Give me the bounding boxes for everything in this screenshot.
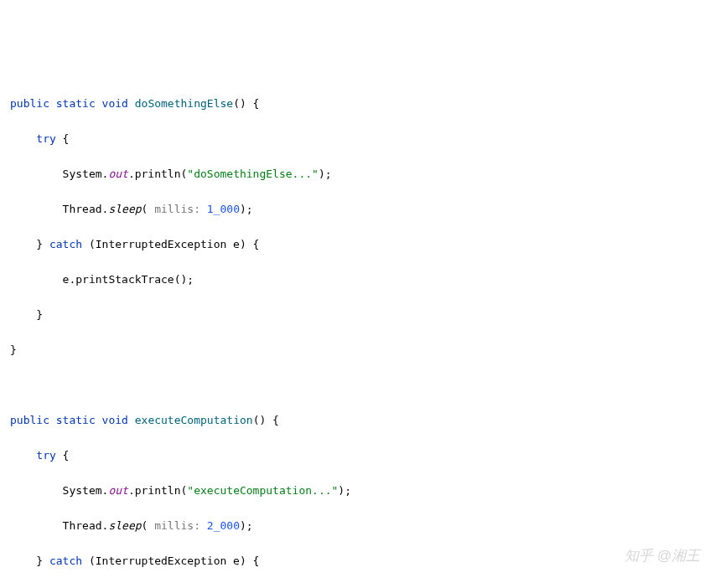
code-line: } catch (InterruptedException e) {	[10, 552, 705, 570]
code-text: (	[142, 519, 155, 532]
blank-line	[10, 376, 705, 394]
code-text: e.printStackTrace();	[10, 273, 194, 286]
code-line: try {	[10, 446, 705, 464]
keyword-catch: catch	[49, 238, 82, 250]
code-text: (InterruptedException e) {	[82, 554, 259, 567]
code-line: }	[10, 341, 705, 358]
keyword-try: try	[36, 132, 55, 145]
number-literal: 2_000	[207, 519, 240, 532]
code-line: } catch (InterruptedException e) {	[10, 235, 705, 253]
string-literal: "executeComputation..."	[187, 484, 338, 497]
string-literal: "doSomethingElse..."	[187, 168, 319, 180]
code-text: (	[142, 203, 155, 215]
code-text: () {	[253, 414, 279, 426]
keyword-static: static	[56, 97, 96, 110]
param-hint: millis:	[154, 203, 207, 215]
number-literal: 1_000	[207, 203, 240, 215]
code-line: try {	[10, 130, 705, 147]
code-line: public static void doSomethingElse() {	[10, 95, 705, 112]
code-text: }	[10, 554, 49, 567]
code-text: System.	[10, 484, 108, 497]
code-text: );	[319, 168, 332, 180]
code-text: .println(	[128, 484, 187, 497]
code-text: Thread.	[10, 203, 108, 215]
code-text: () {	[233, 97, 259, 110]
param-hint: millis:	[154, 519, 207, 532]
keyword-static: static	[56, 414, 96, 426]
keyword-public: public	[10, 97, 49, 110]
code-text: }	[10, 343, 17, 356]
field-out: out	[108, 168, 127, 180]
code-line: e.printStackTrace();	[10, 271, 705, 288]
code-line: Thread.sleep( millis: 1_000);	[10, 200, 705, 218]
code-line: System.out.println("doSomethingElse...")…	[10, 165, 705, 183]
code-text: (InterruptedException e) {	[82, 238, 259, 250]
code-text: Thread.	[10, 519, 108, 532]
code-text: );	[240, 519, 253, 532]
code-text: System.	[10, 168, 108, 180]
keyword-void: void	[102, 97, 128, 110]
keyword-try: try	[36, 449, 55, 462]
method-name: executeComputation	[135, 414, 253, 426]
method-name: doSomethingElse	[135, 97, 233, 110]
code-text: );	[240, 203, 253, 215]
code-line: public static void executeComputation() …	[10, 411, 705, 429]
code-text: }	[10, 308, 43, 321]
code-line: }	[10, 306, 705, 323]
keyword-void: void	[102, 414, 128, 426]
field-out: out	[108, 484, 127, 497]
method-sleep: sleep	[108, 203, 141, 215]
code-line: Thread.sleep( millis: 2_000);	[10, 517, 705, 534]
code-text: }	[10, 238, 49, 250]
code-text: );	[338, 484, 351, 497]
code-text: {	[56, 132, 70, 145]
code-line: System.out.println("executeComputation..…	[10, 482, 705, 499]
keyword-catch: catch	[49, 554, 82, 567]
code-text: {	[56, 449, 70, 462]
keyword-public: public	[10, 414, 49, 426]
code-block: public static void doSomethingElse() { t…	[10, 77, 705, 588]
method-sleep: sleep	[108, 519, 141, 532]
code-text: .println(	[128, 168, 187, 180]
